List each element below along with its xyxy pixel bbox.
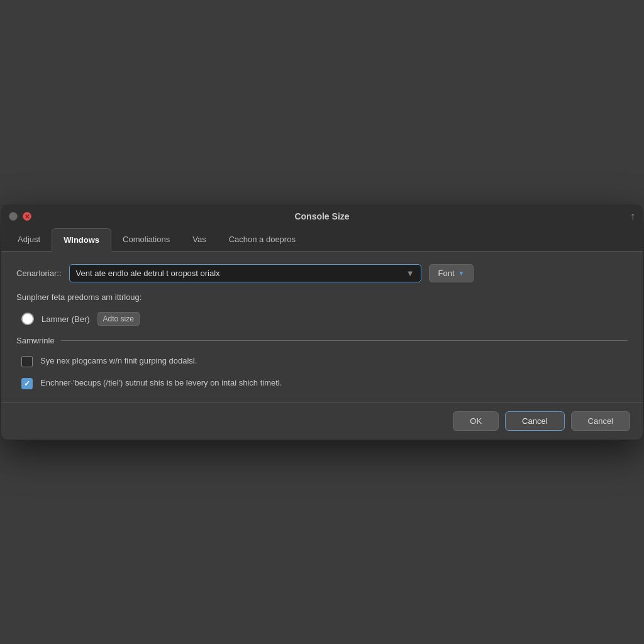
section-divider-label: Samwrinle — [16, 336, 55, 345]
section-description: Sunplner feta predoms am ittrloug: — [16, 292, 628, 302]
radio-label: Lamner (Ber) — [42, 314, 90, 324]
titlebar: ✕ Console Size ↑ — [1, 204, 643, 228]
tab-vas[interactable]: Vas — [181, 228, 217, 251]
tab-cachon[interactable]: Cachon a doepros — [218, 228, 307, 251]
tab-adjust[interactable]: Adjust — [6, 228, 52, 251]
checkbox-row-1: Sye nex plogcams w/n finit gurping dodal… — [21, 355, 628, 367]
close-button[interactable]: ✕ — [23, 212, 31, 221]
font-button-label: Font — [438, 269, 455, 278]
checkbox-1[interactable] — [21, 356, 33, 367]
cancel-button-1[interactable]: Cancel — [505, 411, 564, 431]
close-icon: ✕ — [25, 213, 30, 220]
ok-button[interactable]: OK — [453, 411, 499, 431]
tab-compilations[interactable]: Comoliations — [111, 228, 181, 251]
cancel-button-2[interactable]: Cancel — [571, 411, 630, 431]
bottom-bar: OK Cancel Cancel — [1, 402, 643, 440]
row-label: Cenarloriar:: — [16, 269, 62, 278]
upload-icon[interactable]: ↑ — [630, 211, 635, 222]
radio-row: Lamner (Ber) Adto size — [21, 312, 628, 326]
dropdown-value: Vent ate endlo ale detrul t oropost oria… — [76, 269, 220, 278]
tab-windows[interactable]: Windows — [52, 228, 111, 252]
tab-bar: Adjust Windows Comoliations Vas Cachon a… — [1, 228, 643, 252]
traffic-lights: ✕ — [9, 212, 31, 221]
font-selector-row: Cenarloriar:: Vent ate endlo ale detrul … — [16, 264, 628, 282]
font-dropdown[interactable]: Vent ate endlo ale detrul t oropost oria… — [69, 264, 421, 282]
divider-line — [61, 340, 628, 341]
font-button[interactable]: Font ▼ — [429, 264, 474, 282]
window-title: Console Size — [294, 211, 349, 221]
auto-size-button[interactable]: Adto size — [97, 312, 140, 326]
section-divider: Samwrinle — [16, 336, 628, 345]
font-chevron-icon: ▼ — [458, 270, 465, 277]
main-window: ✕ Console Size ↑ Adjust Windows Comoliat… — [1, 204, 643, 440]
checkbox-2-label: Enchner·'becups (/tiel') sutnut shis is … — [40, 377, 282, 389]
checkbox-row-2: Enchner·'becups (/tiel') sutnut shis is … — [21, 377, 628, 389]
radio-lamner[interactable] — [21, 313, 34, 325]
checkbox-1-label: Sye nex plogcams w/n finit gurping dodal… — [40, 355, 197, 367]
titlebar-right-controls: ↑ — [630, 211, 635, 222]
main-content: Cenarloriar:: Vent ate endlo ale detrul … — [1, 252, 643, 402]
checkbox-2[interactable] — [21, 378, 33, 389]
chevron-down-icon: ▼ — [406, 269, 414, 278]
minimize-button[interactable] — [9, 212, 18, 221]
